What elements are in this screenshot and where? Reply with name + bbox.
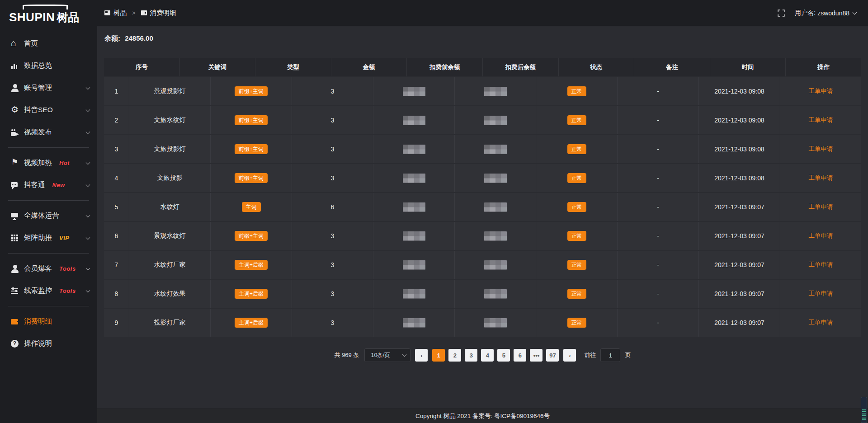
column-header: 扣费后余额 — [483, 58, 559, 76]
ticket-apply-link[interactable]: 工单申请 — [809, 116, 833, 124]
cell-time: 2021-12-03 09:07 — [699, 222, 780, 250]
page-button[interactable]: ••• — [530, 349, 542, 362]
page-button[interactable]: 6 — [514, 349, 526, 362]
logo[interactable]: SHUPIN 树品 — [0, 0, 97, 28]
ticket-apply-link[interactable]: 工单申请 — [809, 87, 833, 95]
cell-action: 工单申请 — [780, 106, 861, 134]
menu-label: 操作说明 — [24, 339, 52, 348]
user-dropdown[interactable]: 用户名: zswodun88 — [795, 9, 856, 17]
goto-suffix: 页 — [625, 351, 631, 359]
sidebar-item[interactable]: 会员爆客 Tools — [0, 258, 97, 280]
sidebar-item[interactable]: 全媒体运营 — [0, 205, 97, 227]
ticket-apply-link[interactable]: 工单申请 — [809, 203, 833, 211]
logo-text-en: SHUPIN — [9, 10, 55, 24]
cell-type: 主词+后缀 — [211, 309, 292, 337]
cell-keyword: 水纹灯效果 — [129, 280, 211, 308]
username-label: 用户名: — [795, 9, 816, 17]
cell-amount: 3 — [292, 106, 373, 134]
cell-post-balance — [455, 77, 536, 105]
menu-badge: Tools — [59, 287, 76, 294]
sidebar-item[interactable]: 消费明细 — [0, 310, 97, 333]
cell-amount: 3 — [292, 309, 373, 337]
column-header: 类型 — [255, 58, 331, 76]
sidebar-item[interactable]: 抖客通 New — [0, 174, 97, 196]
goto-page-input[interactable] — [600, 348, 620, 362]
total-count: 共 969 条 — [335, 351, 359, 359]
cell-action: 工单申请 — [780, 77, 861, 105]
chevron-down-icon — [86, 160, 90, 164]
page-size-select[interactable]: 10条/页 — [364, 348, 410, 362]
ticket-apply-link[interactable]: 工单申请 — [809, 319, 833, 327]
menu-icon — [11, 340, 19, 348]
menu-badge: Tools — [59, 265, 76, 272]
table-header-row: 序号 关键词 类型 金额 扣费前余额 扣费后余额 状态 备注 时间 — [104, 58, 861, 76]
balance: 余额: 24856.00 — [104, 34, 861, 43]
menu-badge: New — [52, 182, 65, 188]
page-button[interactable]: 1 — [432, 349, 445, 362]
masked-post-balance — [484, 116, 507, 125]
cell-amount: 6 — [292, 193, 373, 221]
sidebar-item[interactable]: 视频加热 Hot — [0, 152, 97, 174]
prev-page-button[interactable]: ‹ — [415, 349, 428, 362]
cell-pre-balance — [373, 106, 455, 134]
ticket-apply-link[interactable]: 工单申请 — [809, 290, 833, 298]
consumption-table: 序号 关键词 类型 金额 扣费前余额 扣费后余额 状态 备注 时间 — [104, 58, 861, 337]
cell-status: 正常 — [536, 164, 618, 192]
status-badge: 正常 — [567, 289, 586, 299]
cell-action: 工单申请 — [780, 280, 861, 308]
type-badge: 主词+后缀 — [235, 318, 268, 328]
chevron-down-icon — [86, 129, 90, 134]
cell-note: - — [618, 164, 699, 192]
page-button[interactable]: 5 — [497, 349, 510, 362]
next-page-button[interactable]: › — [563, 349, 576, 362]
sidebar-item[interactable]: 首页 — [0, 33, 97, 55]
cell-action: 工单申请 — [780, 164, 861, 192]
ticket-apply-link[interactable]: 工单申请 — [809, 174, 833, 182]
masked-pre-balance — [403, 260, 425, 270]
chevron-down-icon — [86, 85, 90, 89]
column-header: 扣费前余额 — [407, 58, 483, 76]
ticket-apply-link[interactable]: 工单申请 — [809, 261, 833, 269]
column-header: 时间 — [710, 58, 786, 76]
status-badge: 正常 — [567, 202, 586, 212]
masked-pre-balance — [403, 289, 425, 299]
menu-label: 视频加热 — [24, 158, 52, 168]
sidebar-item[interactable]: 线索监控 Tools — [0, 280, 97, 302]
sidebar-item[interactable]: 账号管理 — [0, 77, 97, 99]
menu-icon — [11, 159, 19, 167]
table-row: 5 水纹灯 主词 6 正常 — [104, 192, 861, 221]
sidebar-item[interactable]: 操作说明 — [0, 333, 97, 355]
masked-pre-balance — [403, 318, 425, 328]
breadcrumb-item-current[interactable]: 消费明细 — [141, 9, 176, 17]
masked-post-balance — [484, 318, 507, 328]
page-size-value: 10条/页 — [371, 352, 390, 359]
cell-note: - — [618, 309, 699, 337]
sidebar-item[interactable]: 抖音SEO — [0, 99, 97, 121]
page-button[interactable]: 97 — [546, 349, 559, 362]
table-row: 2 文旅水纹灯 前缀+主词 3 正常 — [104, 105, 861, 134]
page-button[interactable]: 2 — [448, 349, 461, 362]
cell-action: 工单申请 — [780, 193, 861, 221]
breadcrumb-item-home[interactable]: 树品 — [104, 9, 127, 17]
menu-divider — [8, 200, 89, 201]
masked-post-balance — [484, 202, 507, 212]
page-button[interactable]: 4 — [481, 349, 494, 362]
cell-keyword: 文旅投影灯 — [129, 135, 211, 163]
page-button[interactable]: 3 — [465, 349, 477, 362]
cell-time: 2021-12-03 09:08 — [699, 77, 780, 105]
ticket-apply-link[interactable]: 工单申请 — [809, 232, 833, 240]
menu-icon — [11, 62, 19, 70]
cell-index: 9 — [104, 309, 129, 337]
menu-icon — [11, 181, 19, 189]
fullscreen-icon[interactable] — [778, 9, 785, 17]
cell-time: 2021-12-03 09:07 — [699, 251, 780, 279]
cell-note: - — [618, 106, 699, 134]
ticket-apply-link[interactable]: 工单申请 — [809, 145, 833, 153]
sidebar-item[interactable]: 数据总览 — [0, 55, 97, 77]
cell-keyword: 景观投影灯 — [129, 77, 211, 105]
menu-icon — [11, 265, 19, 273]
sidebar-item[interactable]: 视频发布 — [0, 121, 97, 143]
cell-post-balance — [455, 309, 536, 337]
cell-type: 前缀+主词 — [211, 222, 292, 250]
sidebar-item[interactable]: 矩阵助推 VIP — [0, 227, 97, 249]
